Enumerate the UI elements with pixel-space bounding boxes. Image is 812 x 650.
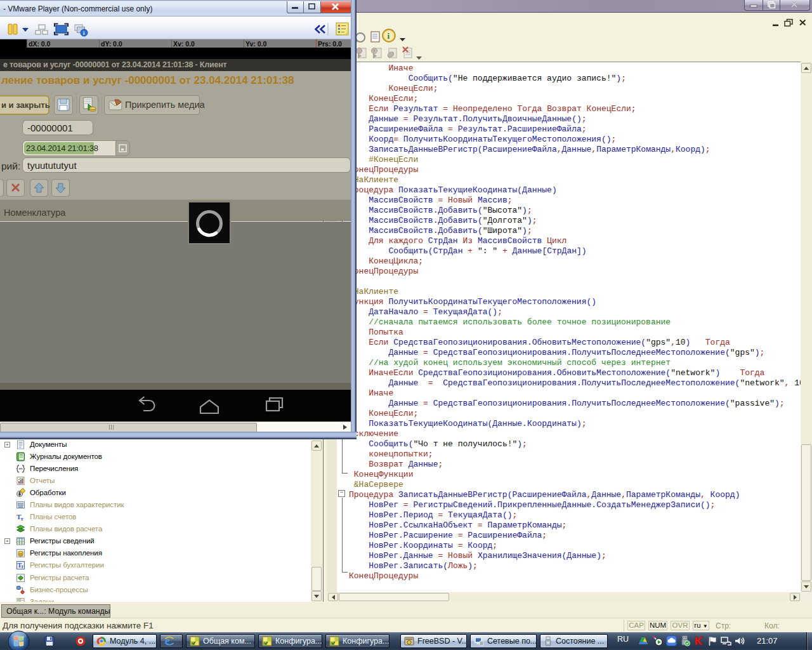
svg-text:?: ? xyxy=(372,48,376,54)
svg-text:т: т xyxy=(21,515,24,522)
svg-text:т: т xyxy=(21,564,23,569)
svg-text:i: i xyxy=(388,31,390,41)
